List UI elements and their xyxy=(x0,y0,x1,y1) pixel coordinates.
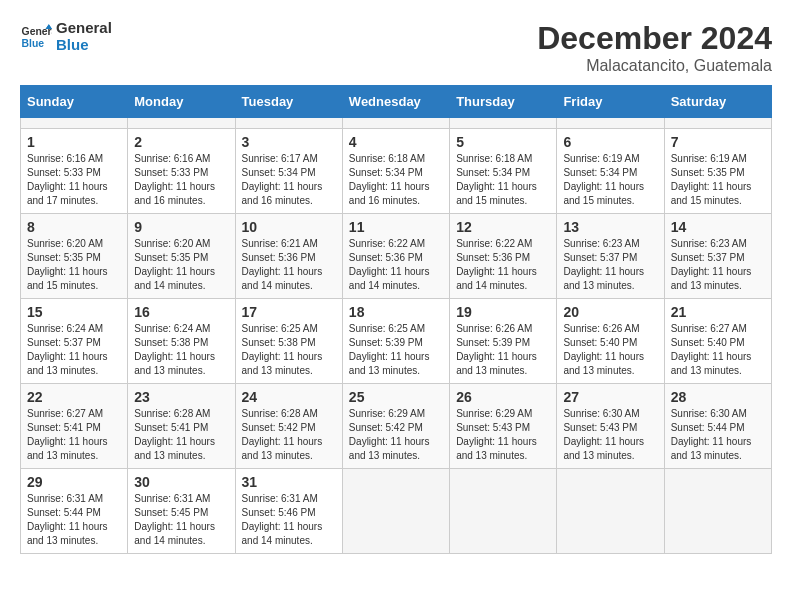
calendar-table: SundayMondayTuesdayWednesdayThursdayFrid… xyxy=(20,85,772,554)
day-detail: Sunrise: 6:16 AMSunset: 5:33 PMDaylight:… xyxy=(134,153,215,206)
day-number: 23 xyxy=(134,389,228,405)
header: General Blue General Blue December 2024 … xyxy=(20,20,772,75)
logo: General Blue General Blue xyxy=(20,20,112,53)
day-detail: Sunrise: 6:27 AMSunset: 5:40 PMDaylight:… xyxy=(671,323,752,376)
dow-friday: Friday xyxy=(557,86,664,118)
calendar-cell xyxy=(235,118,342,129)
calendar-cell: 30 Sunrise: 6:31 AMSunset: 5:45 PMDaylig… xyxy=(128,469,235,554)
day-of-week-header: SundayMondayTuesdayWednesdayThursdayFrid… xyxy=(21,86,772,118)
calendar-cell: 22 Sunrise: 6:27 AMSunset: 5:41 PMDaylig… xyxy=(21,384,128,469)
day-detail: Sunrise: 6:20 AMSunset: 5:35 PMDaylight:… xyxy=(134,238,215,291)
calendar-cell: 11 Sunrise: 6:22 AMSunset: 5:36 PMDaylig… xyxy=(342,214,449,299)
calendar-cell: 14 Sunrise: 6:23 AMSunset: 5:37 PMDaylig… xyxy=(664,214,771,299)
day-number: 31 xyxy=(242,474,336,490)
day-number: 24 xyxy=(242,389,336,405)
day-detail: Sunrise: 6:18 AMSunset: 5:34 PMDaylight:… xyxy=(349,153,430,206)
day-number: 28 xyxy=(671,389,765,405)
day-number: 14 xyxy=(671,219,765,235)
day-number: 4 xyxy=(349,134,443,150)
title-area: December 2024 Malacatancito, Guatemala xyxy=(537,20,772,75)
logo-blue: Blue xyxy=(56,36,89,53)
day-detail: Sunrise: 6:16 AMSunset: 5:33 PMDaylight:… xyxy=(27,153,108,206)
day-detail: Sunrise: 6:30 AMSunset: 5:44 PMDaylight:… xyxy=(671,408,752,461)
calendar-body: 1 Sunrise: 6:16 AMSunset: 5:33 PMDayligh… xyxy=(21,118,772,554)
calendar-cell: 5 Sunrise: 6:18 AMSunset: 5:34 PMDayligh… xyxy=(450,129,557,214)
calendar-cell: 8 Sunrise: 6:20 AMSunset: 5:35 PMDayligh… xyxy=(21,214,128,299)
day-number: 15 xyxy=(27,304,121,320)
day-number: 22 xyxy=(27,389,121,405)
day-detail: Sunrise: 6:17 AMSunset: 5:34 PMDaylight:… xyxy=(242,153,323,206)
day-number: 17 xyxy=(242,304,336,320)
day-number: 6 xyxy=(563,134,657,150)
day-detail: Sunrise: 6:22 AMSunset: 5:36 PMDaylight:… xyxy=(456,238,537,291)
day-detail: Sunrise: 6:25 AMSunset: 5:38 PMDaylight:… xyxy=(242,323,323,376)
day-detail: Sunrise: 6:23 AMSunset: 5:37 PMDaylight:… xyxy=(671,238,752,291)
calendar-cell: 4 Sunrise: 6:18 AMSunset: 5:34 PMDayligh… xyxy=(342,129,449,214)
dow-sunday: Sunday xyxy=(21,86,128,118)
day-detail: Sunrise: 6:19 AMSunset: 5:35 PMDaylight:… xyxy=(671,153,752,206)
day-number: 7 xyxy=(671,134,765,150)
week-row-1: 1 Sunrise: 6:16 AMSunset: 5:33 PMDayligh… xyxy=(21,129,772,214)
day-detail: Sunrise: 6:22 AMSunset: 5:36 PMDaylight:… xyxy=(349,238,430,291)
calendar-cell: 15 Sunrise: 6:24 AMSunset: 5:37 PMDaylig… xyxy=(21,299,128,384)
calendar-cell: 25 Sunrise: 6:29 AMSunset: 5:42 PMDaylig… xyxy=(342,384,449,469)
calendar-cell xyxy=(128,118,235,129)
calendar-cell xyxy=(557,118,664,129)
day-number: 27 xyxy=(563,389,657,405)
calendar-cell: 6 Sunrise: 6:19 AMSunset: 5:34 PMDayligh… xyxy=(557,129,664,214)
svg-text:Blue: Blue xyxy=(22,37,45,48)
day-number: 8 xyxy=(27,219,121,235)
sub-title: Malacatancito, Guatemala xyxy=(537,57,772,75)
day-detail: Sunrise: 6:31 AMSunset: 5:45 PMDaylight:… xyxy=(134,493,215,546)
calendar-cell xyxy=(450,469,557,554)
day-number: 11 xyxy=(349,219,443,235)
day-number: 16 xyxy=(134,304,228,320)
calendar-cell xyxy=(664,469,771,554)
day-detail: Sunrise: 6:28 AMSunset: 5:42 PMDaylight:… xyxy=(242,408,323,461)
calendar-cell: 27 Sunrise: 6:30 AMSunset: 5:43 PMDaylig… xyxy=(557,384,664,469)
day-detail: Sunrise: 6:31 AMSunset: 5:44 PMDaylight:… xyxy=(27,493,108,546)
calendar-cell: 3 Sunrise: 6:17 AMSunset: 5:34 PMDayligh… xyxy=(235,129,342,214)
day-number: 13 xyxy=(563,219,657,235)
day-detail: Sunrise: 6:24 AMSunset: 5:38 PMDaylight:… xyxy=(134,323,215,376)
calendar-cell xyxy=(342,118,449,129)
day-detail: Sunrise: 6:19 AMSunset: 5:34 PMDaylight:… xyxy=(563,153,644,206)
week-row-2: 8 Sunrise: 6:20 AMSunset: 5:35 PMDayligh… xyxy=(21,214,772,299)
dow-tuesday: Tuesday xyxy=(235,86,342,118)
calendar-cell xyxy=(342,469,449,554)
calendar-cell: 12 Sunrise: 6:22 AMSunset: 5:36 PMDaylig… xyxy=(450,214,557,299)
calendar-cell: 16 Sunrise: 6:24 AMSunset: 5:38 PMDaylig… xyxy=(128,299,235,384)
calendar-cell xyxy=(450,118,557,129)
day-detail: Sunrise: 6:29 AMSunset: 5:42 PMDaylight:… xyxy=(349,408,430,461)
calendar-cell: 1 Sunrise: 6:16 AMSunset: 5:33 PMDayligh… xyxy=(21,129,128,214)
day-number: 20 xyxy=(563,304,657,320)
day-detail: Sunrise: 6:23 AMSunset: 5:37 PMDaylight:… xyxy=(563,238,644,291)
day-detail: Sunrise: 6:28 AMSunset: 5:41 PMDaylight:… xyxy=(134,408,215,461)
week-row-4: 22 Sunrise: 6:27 AMSunset: 5:41 PMDaylig… xyxy=(21,384,772,469)
day-number: 1 xyxy=(27,134,121,150)
calendar-cell: 31 Sunrise: 6:31 AMSunset: 5:46 PMDaylig… xyxy=(235,469,342,554)
calendar-cell xyxy=(557,469,664,554)
calendar-cell: 17 Sunrise: 6:25 AMSunset: 5:38 PMDaylig… xyxy=(235,299,342,384)
week-row-5: 29 Sunrise: 6:31 AMSunset: 5:44 PMDaylig… xyxy=(21,469,772,554)
dow-saturday: Saturday xyxy=(664,86,771,118)
main-title: December 2024 xyxy=(537,20,772,57)
calendar-cell: 19 Sunrise: 6:26 AMSunset: 5:39 PMDaylig… xyxy=(450,299,557,384)
day-detail: Sunrise: 6:24 AMSunset: 5:37 PMDaylight:… xyxy=(27,323,108,376)
calendar-cell: 18 Sunrise: 6:25 AMSunset: 5:39 PMDaylig… xyxy=(342,299,449,384)
day-number: 2 xyxy=(134,134,228,150)
dow-thursday: Thursday xyxy=(450,86,557,118)
calendar-cell: 28 Sunrise: 6:30 AMSunset: 5:44 PMDaylig… xyxy=(664,384,771,469)
calendar-cell: 23 Sunrise: 6:28 AMSunset: 5:41 PMDaylig… xyxy=(128,384,235,469)
day-detail: Sunrise: 6:25 AMSunset: 5:39 PMDaylight:… xyxy=(349,323,430,376)
calendar-cell: 13 Sunrise: 6:23 AMSunset: 5:37 PMDaylig… xyxy=(557,214,664,299)
day-number: 25 xyxy=(349,389,443,405)
day-detail: Sunrise: 6:29 AMSunset: 5:43 PMDaylight:… xyxy=(456,408,537,461)
calendar-cell: 2 Sunrise: 6:16 AMSunset: 5:33 PMDayligh… xyxy=(128,129,235,214)
day-detail: Sunrise: 6:26 AMSunset: 5:40 PMDaylight:… xyxy=(563,323,644,376)
calendar-cell: 24 Sunrise: 6:28 AMSunset: 5:42 PMDaylig… xyxy=(235,384,342,469)
day-number: 12 xyxy=(456,219,550,235)
day-detail: Sunrise: 6:20 AMSunset: 5:35 PMDaylight:… xyxy=(27,238,108,291)
day-number: 19 xyxy=(456,304,550,320)
day-number: 30 xyxy=(134,474,228,490)
